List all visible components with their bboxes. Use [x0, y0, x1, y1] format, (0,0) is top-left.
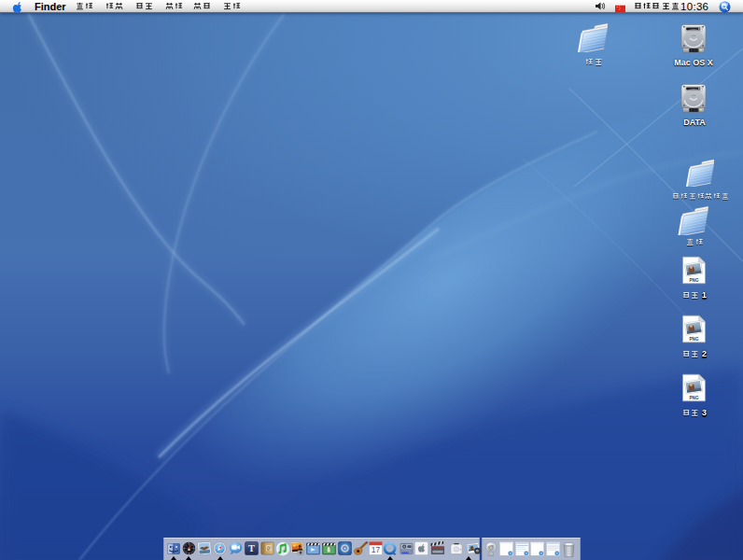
svg-text:17: 17: [372, 545, 381, 554]
svg-text:@: @: [266, 545, 271, 551]
svg-text:T: T: [248, 543, 255, 553]
svg-text:@: @: [487, 543, 495, 552]
